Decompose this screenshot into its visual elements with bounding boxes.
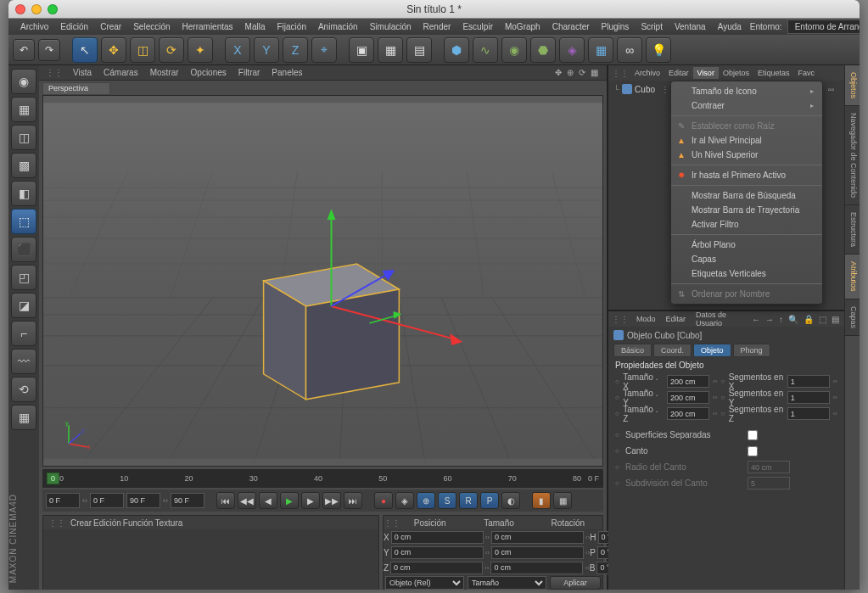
mode-tool-9[interactable]: ⌐ <box>11 321 36 346</box>
menu-item[interactable]: Contraer▸ <box>671 98 822 113</box>
obj-menu-favc[interactable]: Favc <box>793 67 819 79</box>
attr-icon[interactable]: 🔒 <box>804 315 814 324</box>
attr-tab-coord.[interactable]: Coord. <box>653 344 692 357</box>
timeline[interactable]: 0 01020304050607080 0 F <box>42 469 603 488</box>
goto-start-button[interactable]: ⏮ <box>216 492 235 509</box>
attr-menu-datos de usuario[interactable]: Datos de Usuario <box>692 309 747 329</box>
mat-menu-edición[interactable]: Edición <box>93 518 121 528</box>
menu-character[interactable]: Character <box>547 20 595 33</box>
menu-mograph[interactable]: MoGraph <box>500 20 546 33</box>
attr-icon[interactable]: ▤ <box>832 315 839 324</box>
right-tab-2[interactable]: Estructura <box>845 205 860 255</box>
vp-layout-icon[interactable]: ▦ <box>591 68 598 77</box>
segX-input[interactable] <box>787 375 830 388</box>
mat-menu-crear[interactable]: Crear <box>70 518 92 528</box>
attr-tab-phong[interactable]: Phong <box>733 344 770 357</box>
attr-icon[interactable]: ↑ <box>779 315 783 324</box>
mode-tool-3[interactable]: ▩ <box>11 153 36 178</box>
anim-opts-button[interactable]: ▦ <box>553 492 572 509</box>
move-tool[interactable]: ✥ <box>101 37 126 63</box>
sizeX-input[interactable] <box>667 375 709 388</box>
frame-last[interactable] <box>171 493 204 508</box>
mode-tool-0[interactable]: ◉ <box>11 69 36 94</box>
redo-button[interactable]: ↷ <box>38 39 60 61</box>
nurbs-button[interactable]: ◉ <box>501 37 527 63</box>
attr-icon[interactable]: ⬚ <box>819 315 826 324</box>
frame-cur[interactable] <box>90 493 124 508</box>
menu-item[interactable]: ▲Ir al Nivel Principal <box>671 133 822 148</box>
key-scale-button[interactable]: S <box>438 492 456 509</box>
close-icon[interactable] <box>15 4 25 14</box>
deformer-button[interactable]: ◈ <box>559 37 585 63</box>
sizeY-input[interactable] <box>667 391 709 404</box>
obj-menu-editar[interactable]: Editar <box>664 67 693 79</box>
mode-tool-6[interactable]: ⬛ <box>11 237 36 262</box>
key-rot-button[interactable]: R <box>459 492 478 509</box>
timeline-head[interactable]: 0 <box>47 473 59 484</box>
play-button[interactable]: ▶ <box>280 492 299 509</box>
mode-tool-2[interactable]: ◫ <box>11 125 36 150</box>
attr-icon[interactable]: 🔍 <box>788 315 798 324</box>
mode-tool-10[interactable]: 〰 <box>11 349 36 374</box>
vp-menu-filtrar[interactable]: Filtrar <box>233 66 266 79</box>
menu-crear[interactable]: Crear <box>95 20 126 33</box>
fillet-checkbox[interactable] <box>748 446 758 456</box>
menu-edición[interactable]: Edición <box>55 20 93 33</box>
right-tab-1[interactable]: Navegador de Contenido <box>845 106 860 205</box>
next-key-button[interactable]: ▶▶ <box>322 492 341 509</box>
undo-button[interactable]: ↶ <box>13 39 35 61</box>
env-select[interactable]: Entorno de Arranque <box>787 20 860 34</box>
menu-item[interactable]: Etiquetas Verticales <box>671 266 822 281</box>
vp-menu-opciones[interactable]: Opciones <box>186 66 232 79</box>
rotate-tool[interactable]: ⟳ <box>159 37 184 63</box>
key-param-button[interactable]: P <box>480 492 499 509</box>
lasttool-button[interactable]: ✦ <box>188 37 213 63</box>
menu-item[interactable]: Mostrar Barra de Búsqueda <box>671 188 822 203</box>
menu-item[interactable]: Mostrar Barra de Trayectoria <box>671 203 822 217</box>
mode-tool-8[interactable]: ◪ <box>11 293 36 318</box>
viewport[interactable]: y x z <box>42 95 603 467</box>
menu-selección[interactable]: Selección <box>128 20 175 33</box>
size-Y[interactable] <box>491 546 584 559</box>
attr-icon[interactable]: → <box>765 315 774 324</box>
size-X[interactable] <box>491 531 584 544</box>
obj-menu-visor[interactable]: Visor <box>693 67 719 79</box>
menu-item[interactable]: Activar Filtro <box>671 217 822 232</box>
segZ-input[interactable] <box>787 407 830 420</box>
zoom-icon[interactable] <box>48 4 58 14</box>
spline-button[interactable]: ∿ <box>473 37 498 63</box>
goto-end-button[interactable]: ⏭ <box>344 492 362 509</box>
environment-button[interactable]: ▦ <box>588 37 613 63</box>
obj-menu-archivo[interactable]: Archivo <box>630 67 664 79</box>
menu-item[interactable]: Capas <box>671 252 822 266</box>
vp-menu-mostrar[interactable]: Mostrar <box>145 66 184 79</box>
minimize-icon[interactable] <box>31 4 42 14</box>
attr-menu-editar[interactable]: Editar <box>662 313 691 325</box>
pos-Y[interactable] <box>391 546 484 559</box>
menu-archivo[interactable]: Archivo <box>15 20 53 33</box>
vp-menu-paneles[interactable]: Paneles <box>266 66 307 79</box>
vp-menu-cámaras[interactable]: Cámaras <box>98 66 143 79</box>
pos-X[interactable] <box>391 531 484 544</box>
frame-end[interactable] <box>126 493 160 508</box>
mode-tool-12[interactable]: ▦ <box>11 405 36 430</box>
menu-animación[interactable]: Animación <box>313 20 363 33</box>
menu-item[interactable]: ▲Un Nivel Superior <box>671 148 822 162</box>
prev-key-button[interactable]: ◀◀ <box>238 492 256 509</box>
attr-menu-modo[interactable]: Modo <box>632 313 660 325</box>
axis-x-button[interactable]: X <box>225 37 250 63</box>
mat-menu-textura[interactable]: Textura <box>154 518 182 528</box>
menu-esculpir[interactable]: Esculpir <box>457 20 498 33</box>
pos-Z[interactable] <box>390 562 483 574</box>
scale-tool[interactable]: ◫ <box>130 37 155 63</box>
menu-item[interactable]: Árbol Plano <box>671 238 822 252</box>
mat-menu-función[interactable]: Función <box>123 518 154 528</box>
right-tab-0[interactable]: Objetos <box>845 65 860 106</box>
mode-tool-1[interactable]: ▦ <box>11 97 36 122</box>
menu-render[interactable]: Render <box>418 20 456 33</box>
sizeZ-input[interactable] <box>667 407 709 420</box>
vp-nav-icon[interactable]: ✥ <box>555 68 562 77</box>
select-tool[interactable]: ↖ <box>72 37 98 63</box>
mode-tool-11[interactable]: ⟲ <box>11 377 36 402</box>
render-button[interactable]: ▣ <box>349 37 374 63</box>
